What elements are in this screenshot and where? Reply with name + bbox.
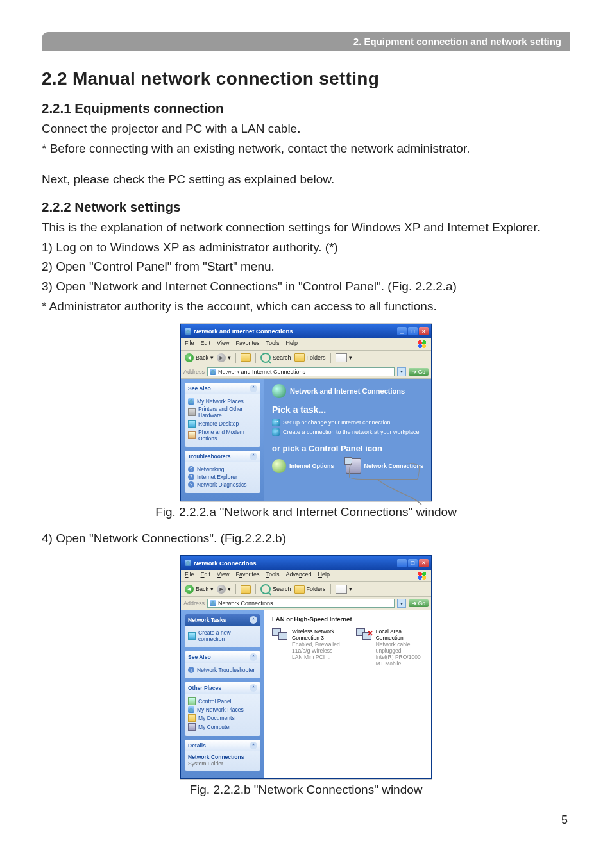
collapse-icon[interactable]: ˄: [250, 653, 257, 661]
phone-modem-icon: [188, 431, 196, 439]
address-value: Network Connections: [218, 600, 273, 606]
maximize-button[interactable]: □: [408, 327, 418, 335]
help-icon: ?: [188, 474, 194, 480]
up-button[interactable]: [241, 585, 251, 594]
up-button[interactable]: [241, 353, 251, 362]
sidebar-item[interactable]: iNetwork Troubleshooter: [188, 667, 257, 673]
menu-tools[interactable]: Tools: [266, 571, 279, 580]
folders-button[interactable]: Folders: [294, 353, 326, 362]
menu-tools[interactable]: Tools: [266, 340, 279, 349]
sidebar-item[interactable]: Control Panel: [188, 697, 257, 705]
address-field[interactable]: Network Connections: [207, 599, 395, 608]
sidebox-header[interactable]: Troubleshooters˄: [185, 451, 260, 462]
body-text: Next, please check the PC setting as exp…: [42, 172, 570, 188]
sidebar-item[interactable]: ?Networking: [188, 466, 257, 472]
go-button[interactable]: ➔ Go: [409, 599, 429, 607]
minimize-button[interactable]: _: [397, 559, 407, 567]
address-dropdown[interactable]: ▾: [397, 367, 406, 376]
connection-device: Intel(R) PRO/1000 MT Mobile ...: [376, 654, 423, 667]
pick-a-task-heading: Pick a task...: [272, 405, 423, 415]
forward-button[interactable]: ► ▾: [217, 585, 231, 594]
main-panel: LAN or High-Speed Internet Wireless Netw…: [264, 610, 431, 778]
back-button[interactable]: ◄Back ▾: [185, 585, 214, 594]
menu-help[interactable]: Help: [318, 571, 330, 580]
my-computer-icon: [188, 723, 196, 731]
separator: [255, 584, 256, 594]
side-panel: See Also˄ My Network Places Printers and…: [181, 379, 264, 501]
window-titlebar[interactable]: Network Connections _ □ ×: [181, 556, 431, 570]
sidebox-header[interactable]: See Also˄: [185, 651, 260, 663]
connection-item-lan[interactable]: Local Area Connection Network cable unpl…: [356, 628, 423, 667]
menu-view[interactable]: View: [217, 571, 229, 580]
sidebar-item[interactable]: My Network Places: [188, 706, 257, 713]
back-button[interactable]: ◄Back ▾: [185, 353, 214, 362]
folders-button[interactable]: Folders: [294, 585, 326, 594]
control-panel-icon: [188, 697, 196, 705]
menu-help[interactable]: Help: [285, 340, 298, 349]
search-button[interactable]: Search: [260, 584, 291, 594]
sidebar-item[interactable]: ?Internet Explorer: [188, 474, 257, 480]
menu-file[interactable]: File: [185, 571, 194, 580]
step-text: 4) Open "Network Connections". (Fig.2.2.…: [42, 531, 570, 547]
cp-network-connections[interactable]: Network Connections: [346, 458, 424, 474]
menu-view[interactable]: View: [217, 340, 229, 349]
menu-favorites[interactable]: Favorites: [235, 571, 259, 580]
window-titlebar[interactable]: Network and Internet Connections _ □ ×: [181, 324, 431, 338]
menu-file[interactable]: FFileile: [185, 340, 194, 349]
sidebar-item[interactable]: My Network Places: [188, 398, 257, 405]
or-pick-heading: or pick a Control Panel icon: [272, 444, 423, 453]
menubar[interactable]: FFileile Edit View Favorites Tools Help: [181, 338, 431, 351]
window-body: Network Tasks˄ Create a new connection S…: [181, 610, 431, 778]
connection-item-wireless[interactable]: Wireless Network Connection 3 Enabled, F…: [272, 628, 342, 667]
search-button[interactable]: Search: [260, 353, 291, 363]
task-arrow-icon: [272, 419, 280, 426]
sidebar-item[interactable]: Remote Desktop: [188, 420, 257, 428]
address-field[interactable]: Network and Internet Connections: [207, 367, 395, 376]
collapse-icon[interactable]: ˄: [250, 385, 257, 392]
xp-window-netconn: Network Connections _ □ × File Edit View…: [180, 555, 432, 779]
network-places-icon: [188, 706, 194, 713]
minimize-button[interactable]: _: [397, 327, 407, 335]
toolbar: ◄Back ▾ ► ▾ Search Folders ▾: [181, 351, 431, 365]
step-text: 1) Log on to Windows XP as administrator…: [42, 240, 570, 256]
sidebar-item[interactable]: My Documents: [188, 714, 257, 722]
collapse-icon[interactable]: ˄: [250, 616, 257, 624]
cp-internet-options[interactable]: Internet Options: [272, 458, 334, 474]
sidebox-header[interactable]: Other Places˄: [185, 682, 260, 694]
close-button[interactable]: ×: [419, 327, 429, 335]
search-icon: [260, 584, 271, 594]
forward-button[interactable]: ► ▾: [217, 353, 231, 362]
sidebar-item[interactable]: Printers and Other Hardware: [188, 406, 257, 419]
folders-icon: [294, 353, 305, 362]
sidebar-item[interactable]: Create a new connection: [188, 630, 257, 642]
collapse-icon[interactable]: ˄: [250, 453, 257, 460]
maximize-button[interactable]: □: [408, 559, 418, 567]
collapse-icon[interactable]: ˄: [250, 742, 257, 749]
sidebox-header[interactable]: Network Tasks˄: [185, 614, 260, 626]
lan-connection-icon: [356, 628, 373, 642]
body-text: * Before connecting with an existing net…: [42, 141, 570, 157]
menubar[interactable]: File Edit View Favorites Tools Advanced …: [181, 570, 431, 582]
sidebar-item[interactable]: My Computer: [188, 723, 257, 731]
menu-favorites[interactable]: Favorites: [235, 340, 259, 349]
sidebar-item[interactable]: ?Network Diagnostics: [188, 481, 257, 488]
sidebox-network-tasks: Network Tasks˄ Create a new connection: [185, 614, 260, 647]
menu-edit[interactable]: Edit: [201, 571, 211, 580]
menu-advanced[interactable]: Advanced: [285, 571, 311, 580]
views-button[interactable]: ▾: [336, 353, 352, 362]
address-bar: Address Network and Internet Connections…: [181, 365, 431, 379]
go-button[interactable]: ➔ Go: [409, 368, 429, 376]
address-dropdown[interactable]: ▾: [397, 599, 406, 608]
task-link[interactable]: Set up or change your Internet connectio…: [272, 419, 423, 426]
connection-status: Enabled, Firewalled: [292, 641, 342, 647]
sidebox-header[interactable]: See Also˄: [185, 383, 260, 394]
views-button[interactable]: ▾: [336, 585, 352, 594]
task-link[interactable]: Create a connection to the network at yo…: [272, 428, 423, 436]
collapse-icon[interactable]: ˄: [250, 684, 257, 692]
sidebox-header[interactable]: Details˄: [185, 740, 260, 751]
menu-edit[interactable]: Edit: [201, 340, 211, 349]
new-connection-icon: [188, 632, 196, 640]
wireless-connection-icon: [272, 628, 289, 642]
close-button[interactable]: ×: [419, 559, 429, 567]
sidebar-item[interactable]: Phone and Modem Options: [188, 429, 257, 442]
